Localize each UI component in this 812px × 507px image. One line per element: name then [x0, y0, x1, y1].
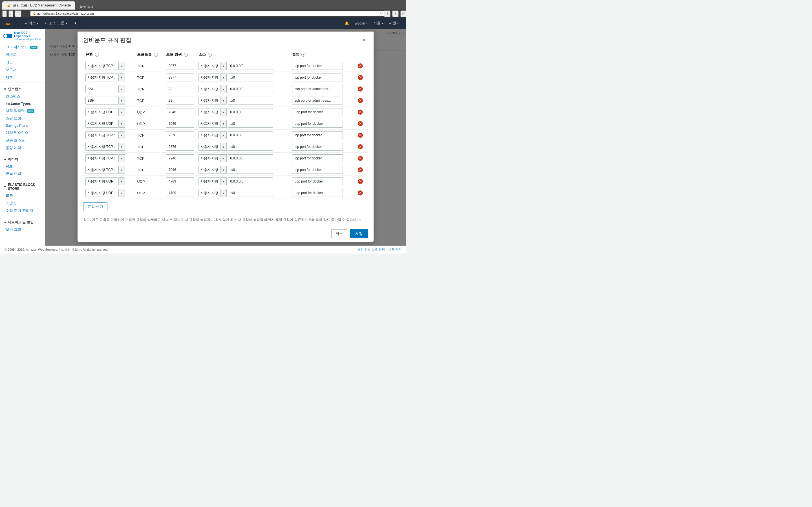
source-type-arrow-10[interactable]: ▾	[220, 177, 227, 185]
type-select-arrow-7[interactable]: ▾	[119, 143, 125, 151]
sidebar-item-instances[interactable]: 인스턴스	[0, 93, 45, 100]
source-type-select-0[interactable]	[199, 62, 220, 70]
source-type-select-11[interactable]	[199, 189, 220, 197]
sidebar-item-sg[interactable]: 보안 그룹	[0, 226, 45, 233]
sidebar-item-snapshots[interactable]: 스냅샷	[0, 200, 45, 207]
type-select-arrow-10[interactable]: ▾	[119, 177, 125, 185]
source-ip-input-8[interactable]	[228, 154, 273, 162]
delete-rule-button-1[interactable]: ✕	[357, 74, 364, 81]
port-input-0[interactable]	[166, 62, 194, 70]
source-info-icon[interactable]: i	[208, 53, 212, 57]
source-ip-input-1[interactable]	[228, 73, 273, 81]
description-input-11[interactable]	[292, 189, 343, 197]
type-select-7[interactable]	[86, 143, 119, 151]
browser-tab-ec2[interactable]: 🔒 보안 그룹 | EC2 Management Console	[2, 1, 75, 10]
source-type-select-1[interactable]	[199, 73, 220, 81]
port-input-11[interactable]	[166, 189, 194, 197]
sidebar-item-dedicated[interactable]: 전용 호스트	[0, 136, 45, 144]
desc-info-icon[interactable]: i	[301, 53, 305, 57]
sidebar-item-ami[interactable]: AMI	[0, 163, 45, 170]
delete-rule-button-8[interactable]: ✕	[357, 155, 364, 162]
terms-link[interactable]: 이용 약관	[388, 247, 402, 252]
source-type-arrow-4[interactable]: ▾	[220, 108, 227, 116]
port-input-9[interactable]	[166, 166, 194, 174]
url-bar[interactable]: 🔒 ap-northeast-2.console.aws.amazon.com …	[31, 11, 385, 16]
description-input-7[interactable]	[292, 143, 343, 151]
save-button[interactable]: 저장	[350, 229, 368, 238]
port-input-5[interactable]	[166, 120, 194, 128]
source-type-select-4[interactable]	[199, 108, 220, 116]
nav-bell[interactable]: 🔔	[342, 17, 352, 29]
type-select-4[interactable]	[86, 108, 119, 116]
modal-close-button[interactable]: ×	[360, 36, 368, 44]
download-button[interactable]: ⬇	[384, 10, 391, 17]
sidebar-item-instance-types[interactable]: Instance Types	[0, 100, 45, 107]
type-select-arrow-2[interactable]: ▾	[119, 85, 125, 93]
type-select-5[interactable]	[86, 120, 119, 128]
forward-button[interactable]: ›	[8, 10, 13, 17]
description-input-9[interactable]	[292, 166, 343, 174]
port-input-8[interactable]	[166, 154, 194, 162]
source-ip-input-10[interactable]	[228, 177, 273, 185]
sidebar-section-instances[interactable]: ▼ 인스턴스	[0, 84, 45, 93]
port-input-3[interactable]	[166, 97, 194, 105]
browser-tab-evernote[interactable]: Evernote	[75, 3, 120, 10]
delete-rule-button-3[interactable]: ✕	[357, 97, 364, 104]
share-button[interactable]: ⬆	[392, 10, 399, 17]
reload-button[interactable]: ↻	[380, 11, 383, 15]
sidebar-item-reports[interactable]: 보고서	[0, 66, 45, 74]
type-select-arrow-3[interactable]: ▾	[119, 97, 125, 105]
source-type-select-3[interactable]	[199, 97, 220, 105]
type-select-arrow-8[interactable]: ▾	[119, 154, 125, 162]
source-ip-input-9[interactable]	[228, 166, 273, 174]
type-select-arrow-5[interactable]: ▾	[119, 120, 125, 128]
sidebar-item-reserved[interactable]: 예약 인스턴스	[0, 129, 45, 136]
type-select-arrow-11[interactable]: ▾	[119, 189, 125, 197]
type-select-0[interactable]	[86, 62, 119, 70]
type-select-9[interactable]	[86, 166, 119, 174]
source-ip-input-2[interactable]	[228, 85, 273, 93]
description-input-2[interactable]	[292, 85, 343, 93]
delete-rule-button-5[interactable]: ✕	[357, 120, 364, 127]
nav-resources[interactable]: 리소스 그룹 ▾	[42, 17, 70, 29]
source-ip-input-0[interactable]	[228, 62, 273, 70]
sidebar-item-capacity[interactable]: 용량 예약	[0, 144, 45, 152]
delete-rule-button-11[interactable]: ✕	[357, 189, 364, 196]
source-ip-input-7[interactable]	[228, 143, 273, 151]
type-select-arrow-9[interactable]: ▾	[119, 166, 125, 174]
aws-logo[interactable]: aws	[4, 19, 16, 27]
nav-services[interactable]: 서비스 ▾	[21, 17, 42, 29]
type-select-6[interactable]	[86, 131, 119, 139]
sidebar-section-images[interactable]: ▼ 이미지	[0, 154, 45, 163]
type-select-8[interactable]	[86, 154, 119, 162]
sidebar-section-ebs[interactable]: ▼ ELASTIC BLOCK STORE	[0, 180, 45, 192]
type-select-1[interactable]	[86, 73, 119, 81]
nav-favorites[interactable]: ★	[70, 17, 81, 29]
description-input-1[interactable]	[292, 73, 343, 81]
source-type-arrow-5[interactable]: ▾	[220, 120, 227, 128]
sidebar-item-spot[interactable]: 스팟 요청	[0, 115, 45, 122]
delete-rule-button-7[interactable]: ✕	[357, 143, 364, 151]
source-ip-input-11[interactable]	[228, 189, 273, 197]
source-ip-input-5[interactable]	[228, 120, 273, 128]
sidebar-item-bundle[interactable]: 번들 작업	[0, 170, 45, 177]
description-input-8[interactable]	[292, 154, 343, 162]
nav-support[interactable]: 지원 ▾	[386, 17, 402, 29]
type-select-10[interactable]	[86, 177, 119, 185]
port-input-7[interactable]	[166, 143, 194, 151]
port-input-4[interactable]	[166, 108, 194, 116]
sidebar-item-limits[interactable]: 제한	[0, 74, 45, 81]
source-type-arrow-3[interactable]: ▾	[220, 97, 227, 105]
port-input-6[interactable]	[166, 131, 194, 139]
protocol-info-icon[interactable]: i	[154, 53, 158, 57]
sidebar-item-tags[interactable]: 태그	[0, 59, 45, 66]
type-select-arrow-6[interactable]: ▾	[119, 131, 125, 139]
source-type-arrow-8[interactable]: ▾	[220, 154, 227, 162]
source-ip-input-4[interactable]	[228, 108, 273, 116]
description-input-6[interactable]	[292, 131, 343, 139]
description-input-10[interactable]	[292, 177, 343, 185]
source-type-select-9[interactable]	[199, 166, 220, 174]
source-type-select-8[interactable]	[199, 154, 220, 162]
privacy-link[interactable]: 개인 정보 보호 정책	[357, 247, 385, 252]
source-ip-input-6[interactable]	[228, 131, 273, 139]
